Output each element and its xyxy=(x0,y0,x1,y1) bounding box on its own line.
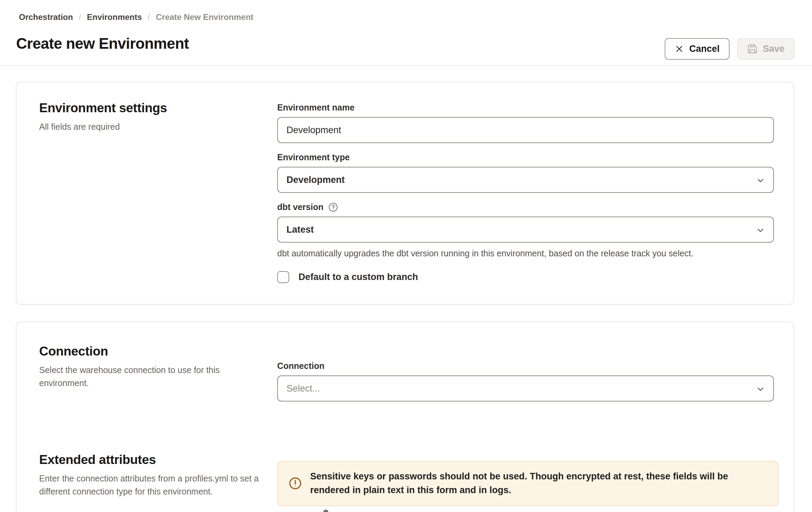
dbt-version-helper: dbt automatically upgrades the dbt versi… xyxy=(277,248,774,259)
floppy-disk-icon xyxy=(747,44,758,54)
environment-type-label: Environment type xyxy=(277,152,774,163)
extended-attributes-description: Enter the connection attributes from a p… xyxy=(39,472,259,498)
connection-select[interactable]: Select... xyxy=(277,375,774,402)
breadcrumb-item-orchestration[interactable]: Orchestration xyxy=(19,12,73,22)
dbt-version-label: dbt version xyxy=(277,202,324,212)
custom-branch-label: Default to a custom branch xyxy=(298,272,418,282)
chevron-down-icon xyxy=(755,175,766,186)
chevron-down-icon xyxy=(755,225,766,235)
save-button-label: Save xyxy=(763,44,785,54)
custom-branch-checkbox[interactable] xyxy=(277,271,289,283)
cancel-button[interactable]: Cancel xyxy=(665,38,730,60)
sensitive-keys-warning-text: Sensitive keys or passwords should not b… xyxy=(310,470,768,497)
breadcrumb-separator: / xyxy=(148,12,150,22)
connection-description: Select the warehouse connection to use f… xyxy=(39,364,233,389)
header-divider xyxy=(0,65,812,66)
chevron-down-icon xyxy=(755,384,766,394)
connection-label: Connection xyxy=(277,361,774,371)
help-circle-icon[interactable] xyxy=(328,202,338,212)
environment-settings-heading: Environment settings xyxy=(39,101,245,115)
environment-name-field: Environment name xyxy=(277,102,774,143)
environment-type-field: Environment type Development xyxy=(277,152,774,193)
environment-settings-card: Environment settings All fields are requ… xyxy=(16,82,794,305)
connection-placeholder: Select... xyxy=(286,383,320,394)
custom-branch-row: Default to a custom branch xyxy=(277,271,774,283)
x-icon xyxy=(675,44,684,54)
connection-card: Connection Select the warehouse connecti… xyxy=(16,322,794,512)
page-title: Create new Environment xyxy=(16,35,189,52)
breadcrumb-separator: / xyxy=(79,12,81,22)
cancel-button-label: Cancel xyxy=(689,44,720,54)
breadcrumb-item-current: Create New Environment xyxy=(156,12,253,22)
dbt-version-select[interactable]: Latest xyxy=(277,217,774,243)
environment-name-input[interactable] xyxy=(277,117,774,143)
sensitive-keys-warning-banner: Sensitive keys or passwords should not b… xyxy=(277,461,779,506)
dbt-version-field: dbt version Latest dbt automatically upg… xyxy=(277,202,774,259)
extended-attributes-heading: Extended attributes xyxy=(39,453,259,467)
environment-type-value: Development xyxy=(286,175,345,185)
breadcrumb-item-environments[interactable]: Environments xyxy=(87,12,142,22)
header-actions: Cancel Save xyxy=(665,38,794,60)
environment-settings-subheading: All fields are required xyxy=(39,120,245,133)
environment-name-label: Environment name xyxy=(277,102,774,113)
breadcrumb: Orchestration / Environments / Create Ne… xyxy=(19,12,253,22)
connection-field: Connection Select... xyxy=(277,361,774,402)
connection-heading: Connection xyxy=(39,344,233,359)
save-button[interactable]: Save xyxy=(737,38,794,60)
alert-circle-icon xyxy=(288,476,302,490)
dbt-version-value: Latest xyxy=(286,224,314,235)
environment-type-select[interactable]: Development xyxy=(277,167,774,193)
